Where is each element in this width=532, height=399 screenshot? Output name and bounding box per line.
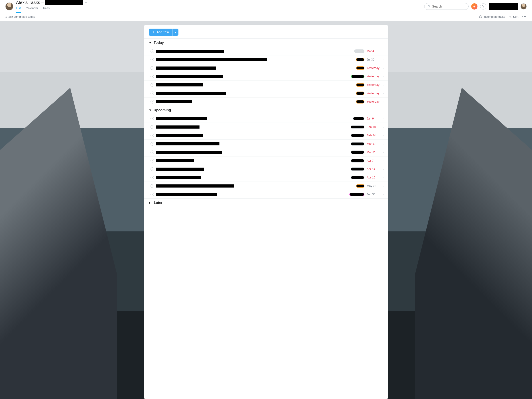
task-title-redacted <box>156 58 267 61</box>
project-pill[interactable] <box>353 117 364 120</box>
plus-icon: ＋ <box>152 30 155 34</box>
complete-checkbox[interactable] <box>151 176 154 179</box>
project-pill[interactable] <box>356 184 364 188</box>
project-pill[interactable] <box>356 58 364 61</box>
task-title-redacted <box>156 142 219 146</box>
task-row[interactable]: Mar 4› <box>144 47 388 55</box>
task-title-redacted <box>156 176 201 179</box>
project-title-redacted <box>45 0 83 5</box>
task-title-redacted <box>156 50 224 53</box>
task-row[interactable]: Apr 14› <box>144 165 388 173</box>
task-row[interactable]: Apr 15› <box>144 173 388 182</box>
task-row[interactable]: Feb 18› <box>144 123 388 131</box>
more-actions-button[interactable]: ••• <box>522 15 527 18</box>
task-title-redacted <box>156 126 200 129</box>
tab-calendar[interactable]: Calendar <box>26 6 38 13</box>
task-row[interactable]: Mar 31› <box>144 148 388 157</box>
search-icon <box>428 5 430 8</box>
complete-checkbox[interactable] <box>151 159 154 163</box>
project-pill[interactable] <box>351 125 364 129</box>
add-task-dropdown[interactable] <box>172 29 178 36</box>
project-pill[interactable] <box>356 92 364 95</box>
search-input[interactable] <box>432 5 465 8</box>
task-row[interactable]: Yesterday› <box>144 81 388 89</box>
complete-checkbox[interactable] <box>151 100 154 103</box>
project-pill[interactable] <box>351 75 364 78</box>
task-row[interactable]: Jun 30› <box>144 190 388 199</box>
complete-checkbox[interactable] <box>151 184 154 188</box>
project-avatar[interactable] <box>5 2 13 10</box>
complete-checkbox[interactable] <box>151 193 154 196</box>
section-title: Upcoming <box>154 108 171 112</box>
project-pill[interactable] <box>351 176 364 179</box>
search-box[interactable] <box>424 3 469 10</box>
svg-point-2 <box>479 16 482 18</box>
project-title[interactable]: Alex's Tasks – <box>16 0 88 5</box>
task-title-redacted <box>156 168 204 171</box>
task-row[interactable]: Yesterday› <box>144 72 388 81</box>
complete-checkbox[interactable] <box>151 50 154 53</box>
project-pill[interactable] <box>354 50 364 53</box>
check-circle-icon <box>479 15 482 18</box>
project-title-text: Alex's Tasks – <box>16 0 44 5</box>
task-title-redacted <box>156 83 203 86</box>
task-title-redacted <box>156 75 223 78</box>
add-task-label: Add Task <box>157 30 169 34</box>
section-header[interactable]: Later <box>144 199 388 207</box>
app-header: Alex's Tasks – List Calendar Files ＋ ? <box>0 0 532 13</box>
due-date: Mar 31 <box>367 151 380 154</box>
project-pill[interactable] <box>351 151 364 154</box>
complete-checkbox[interactable] <box>151 117 154 120</box>
complete-checkbox[interactable] <box>151 83 154 87</box>
tab-list[interactable]: List <box>16 6 21 13</box>
complete-checkbox[interactable] <box>151 151 154 154</box>
due-date: Mar 4 <box>367 50 380 53</box>
user-avatar[interactable] <box>520 3 527 10</box>
task-row[interactable]: Jan 9› <box>144 114 388 123</box>
due-date: Feb 18 <box>367 125 380 129</box>
complete-checkbox[interactable] <box>151 142 154 146</box>
task-row[interactable]: Yesterday› <box>144 89 388 98</box>
chevron-right-icon: › <box>383 83 384 87</box>
project-pill[interactable] <box>356 83 364 87</box>
complete-checkbox[interactable] <box>151 125 154 129</box>
task-title-redacted <box>156 134 203 137</box>
plus-icon: ＋ <box>473 5 476 8</box>
svg-line-1 <box>429 7 430 7</box>
task-row[interactable]: Jul 30› <box>144 55 388 64</box>
task-row[interactable]: Yesterday› <box>144 64 388 72</box>
complete-checkbox[interactable] <box>151 58 154 61</box>
due-date: Yesterday <box>367 66 380 70</box>
section-header[interactable]: Upcoming <box>144 106 388 114</box>
project-pill[interactable] <box>351 142 364 146</box>
task-row[interactable]: Yesterday› <box>144 98 388 106</box>
task-title-redacted <box>156 100 192 103</box>
section-header[interactable]: Today <box>144 38 388 47</box>
add-task-button[interactable]: ＋ Add Task <box>149 29 172 36</box>
project-pill[interactable] <box>356 66 364 70</box>
due-date: Apr 15 <box>367 176 380 179</box>
global-add-button[interactable]: ＋ <box>471 3 477 10</box>
filter-incomplete[interactable]: Incomplete tasks <box>479 15 505 18</box>
complete-checkbox[interactable] <box>151 75 154 78</box>
project-pill[interactable] <box>351 134 364 137</box>
chevron-right-icon: › <box>383 92 384 95</box>
task-row[interactable]: Mar 17› <box>144 140 388 148</box>
chevron-down-icon[interactable] <box>84 1 88 4</box>
task-row[interactable]: May 28› <box>144 182 388 190</box>
complete-checkbox[interactable] <box>151 134 154 137</box>
complete-checkbox[interactable] <box>151 66 154 70</box>
tab-files[interactable]: Files <box>43 6 50 13</box>
task-row[interactable]: Feb 24› <box>144 131 388 140</box>
complete-checkbox[interactable] <box>151 167 154 171</box>
task-title-redacted <box>156 193 217 196</box>
project-pill[interactable] <box>351 159 364 163</box>
project-pill[interactable] <box>351 167 364 171</box>
task-row[interactable]: Apr 7› <box>144 157 388 165</box>
section-title: Today <box>154 41 164 45</box>
sort-button[interactable]: Sort <box>509 15 519 18</box>
project-pill[interactable] <box>356 100 364 103</box>
help-button[interactable]: ? <box>480 3 486 10</box>
project-pill[interactable] <box>349 193 364 196</box>
complete-checkbox[interactable] <box>151 92 154 95</box>
